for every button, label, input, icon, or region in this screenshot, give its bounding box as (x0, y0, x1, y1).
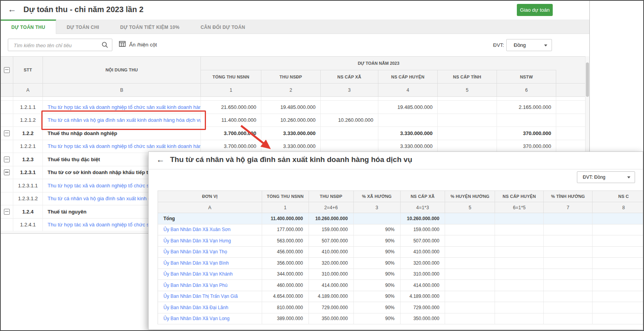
detail-title: Thu từ cá nhân và hộ gia đình sản xuất k… (170, 155, 412, 164)
detail-table-header: ĐƠN VỊ TỔNG THU NSNN THU NSĐP % XÃ HƯỞNG… (158, 190, 643, 202)
collapse-icon[interactable] (4, 130, 10, 136)
search-icon[interactable] (101, 41, 108, 50)
row-link[interactable]: Thu từ hợp tác xã và doanh nghiệp tổ chứ… (43, 140, 201, 153)
collapse-icon[interactable] (4, 169, 10, 175)
cell-value: 460.000.000 (262, 280, 309, 291)
index-cell: 7 (544, 202, 593, 213)
cell-value: 350.000.000 (309, 313, 354, 324)
assign-budget-button[interactable]: Giao dự toán (517, 4, 553, 16)
cell-value (378, 114, 438, 127)
back-arrow-icon[interactable]: ← (8, 4, 16, 15)
row-link[interactable]: Thu từ cá nhân và hộ gia đình sản xuất k… (43, 114, 201, 127)
unit-link[interactable]: Ủy Ban Nhân Dân Xã Xuân Sơn (158, 224, 262, 235)
header-filler (556, 57, 585, 83)
cell-value: 90% (354, 280, 401, 291)
unit-link[interactable]: Ủy Ban Nhân Dân Xã Vạn Thọ (158, 247, 262, 258)
unit-link[interactable]: Ủy Ban Nhân Dân Xã Vạn Khánh (158, 269, 262, 280)
tab-du-toan-chi[interactable]: DỰ TOÁN CHI (56, 20, 110, 34)
scrollbar-thumb[interactable] (586, 62, 589, 97)
col-ns-cap-xa: NS CẤP XÃ (401, 191, 445, 202)
cell-value: 90% (354, 258, 401, 269)
index-row: A B 1 2 3 4 5 6 (1, 84, 585, 97)
cell-value: 389.000.000 (262, 313, 309, 324)
cell-value: 3.330.000.000 (261, 127, 321, 140)
col-thu-nsdp: THU NSĐP (261, 70, 321, 83)
cell-value: 90% (354, 302, 401, 313)
cell-value: 4.189.000.000 (309, 291, 354, 302)
cell-value: 90% (354, 269, 401, 280)
dvt-label: ĐVT: (493, 42, 504, 48)
col-tong-thu-nsnn: TỔNG THU NSNN (201, 70, 261, 83)
index-a: A (13, 84, 43, 96)
dvt-selected-value: Đồng (514, 42, 526, 48)
tab-du-toan-tiet-kiem[interactable]: DỰ TOÁN TIẾT KIỆM 10% (110, 20, 190, 34)
unit-link[interactable]: Ủy Ban Nhân Dân Xã Vạn Phú (158, 280, 262, 291)
unit-row: Ủy Ban Nhân Dân Xã Vạn Phú 460.000.000 4… (158, 280, 643, 291)
col-don-vi: ĐƠN VỊ (158, 191, 262, 202)
index-cell: A (158, 202, 262, 213)
row-stt: 1.2.1.2 (13, 114, 43, 127)
cell-value: 729.000.000 (401, 302, 445, 313)
detail-window: ← Thu từ cá nhân và hộ gia đình sản xuất… (148, 151, 643, 330)
cell-value: 4.189.000.000 (401, 291, 445, 302)
cell-value: 3.330.000.000 (378, 127, 438, 140)
index-3: 3 (321, 84, 378, 96)
cell-value: 370.000.000 (497, 127, 556, 140)
cell-value: 414.000.000 (401, 280, 445, 291)
cell-value: 507.000.000 (309, 235, 354, 246)
cell-value: 90% (354, 224, 401, 235)
back-arrow-icon[interactable]: ← (156, 154, 165, 165)
cell-value (321, 140, 378, 153)
row-link[interactable]: Thu từ hợp tác xã và doanh nghiệp tổ chứ… (43, 101, 201, 114)
cell-value: 2.165.000.000 (497, 101, 556, 114)
cell-value: 344.000.000 (262, 269, 309, 280)
row-stt: 1.2.2.1 (13, 140, 43, 153)
cell-value: 19.485.000.000 (261, 101, 321, 114)
toggle-columns-button[interactable]: Ẩn /hiện cột (119, 41, 157, 48)
collapse-icon[interactable] (4, 157, 10, 162)
dvt-select[interactable]: ĐVT: Đồng (577, 171, 635, 183)
unit-row: Ủy Ban Nhân Dân Xã Vạn Long 389.000.000 … (158, 313, 643, 325)
cell-value: 10.260.000.000 (309, 213, 354, 224)
col-stt: STT (13, 57, 43, 83)
total-row: Tổng 11.400.000.000 10.260.000.000 10.26… (158, 213, 643, 224)
cell-value: 10.260.000.000 (401, 213, 445, 224)
tab-du-toan-thu[interactable]: DỰ TOÁN THU (1, 20, 56, 34)
tab-can-doi-du-toan[interactable]: CÂN ĐỐI DỰ TOÁN (190, 20, 255, 34)
index-cell: 1 (262, 202, 309, 213)
search-input[interactable] (13, 39, 98, 51)
cell-value (321, 127, 378, 140)
unit-link[interactable]: Ủy Ban Nhân Dân Xã Đại Lãnh (158, 302, 262, 313)
col-ns-cap-huyen: NS CẤP HUYỆN (495, 191, 544, 202)
cell-value: 90% (354, 247, 401, 258)
col-group-du-toan-nam: DỰ TOÁN NĂM 2023 (201, 57, 556, 70)
cell-value: 90% (354, 235, 401, 246)
col-tong-thu-nsnn: TỔNG THU NSNN (262, 191, 309, 202)
tab-bar: DỰ TOÁN THU DỰ TOÁN CHI DỰ TOÁN TIẾT KIỆ… (1, 20, 589, 34)
unit-link[interactable]: Ủy Ban Nhân Dân Xã Vạn Bình (158, 258, 262, 269)
collapse-icon[interactable] (4, 67, 10, 73)
cell-value: 320.000.000 (309, 258, 354, 269)
total-label: Tổng (158, 213, 262, 224)
cell-value: 507.000.000 (401, 235, 445, 246)
row-stt: 1.2.4 (13, 205, 43, 218)
cell-value: 19.485.000.000 (378, 101, 438, 114)
dvt-select[interactable]: Đồng (506, 39, 552, 51)
unit-row: Ủy Ban Nhân Dân Xã Xuân Sơn 177.000.000 … (158, 224, 643, 236)
cell-value: 3.700.000.000 (201, 140, 261, 153)
index-5: 5 (438, 84, 497, 96)
cell-value: 410.000.000 (309, 247, 354, 258)
index-b: B (43, 84, 201, 96)
collapse-icon[interactable] (4, 209, 10, 215)
cell-value (438, 101, 497, 114)
index-cell: 8 (593, 202, 643, 213)
unit-link[interactable]: Ủy Ban Nhân Dân Xã Vạn Hưng (158, 235, 262, 246)
collapse-all-cell (1, 57, 13, 83)
unit-link[interactable]: Ủy Ban Nhân Dân Xã Vạn Long (158, 313, 262, 324)
table-row-highlighted: 1.2.1.2 Thu từ cá nhân và hộ gia đình sả… (1, 114, 585, 127)
col-thu-nsdp: THU NSĐP (309, 191, 354, 202)
index-2: 2 (261, 84, 321, 96)
unit-link[interactable]: Ủy Ban Nhân Dân Thị Trấn Vạn Giã (158, 291, 262, 302)
col-nstw: NSTW (497, 70, 556, 83)
cell-value: 310.000.000 (401, 269, 445, 280)
